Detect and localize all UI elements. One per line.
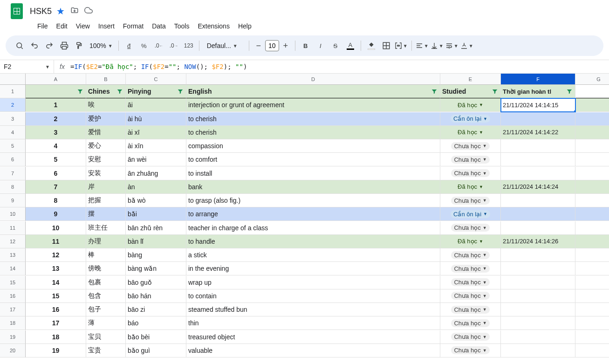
header-cell-D[interactable]: English [186, 85, 440, 98]
cell-A18[interactable]: 17 [26, 316, 86, 330]
rotate-icon[interactable]: ▼ [460, 39, 473, 52]
row-header-3[interactable]: 3 [0, 112, 26, 126]
cell-D18[interactable]: thin [186, 316, 440, 330]
cell-C20[interactable]: bǎo guì [126, 344, 186, 357]
move-icon[interactable] [70, 6, 79, 17]
cell-A6[interactable]: 5 [26, 153, 86, 166]
status-chip[interactable]: Cần ôn lại ▼ [451, 115, 490, 123]
cell-B8[interactable]: 岸 [86, 180, 126, 194]
cell-A9[interactable]: 8 [26, 194, 86, 207]
status-chip[interactable]: Đã học ▼ [455, 237, 486, 245]
cell-G6[interactable] [575, 153, 609, 166]
row-header-6[interactable]: 6 [0, 153, 26, 166]
cell-D19[interactable]: treasured object [186, 330, 440, 344]
cell-F19[interactable] [501, 330, 575, 344]
cell-G11[interactable] [575, 221, 609, 235]
formula-input[interactable]: =IF($E2="Đã học"; IF($F2=""; NOW(); $F2)… [70, 63, 609, 70]
row-header-16[interactable]: 16 [0, 289, 26, 303]
cell-D8[interactable]: bank [186, 180, 440, 194]
cell-G15[interactable] [575, 276, 609, 289]
row-header-15[interactable]: 15 [0, 276, 26, 289]
cell-C6[interactable]: ān wèi [126, 153, 186, 166]
cell-B4[interactable]: 爱惜 [86, 126, 126, 139]
cell-D17[interactable]: steamed stuffed bun [186, 303, 440, 316]
cell-E12[interactable]: Đã học ▼ [440, 235, 501, 248]
cell-C11[interactable]: bān zhǔ rèn [126, 221, 186, 235]
menu-tools[interactable]: Tools [171, 21, 193, 32]
cell-D13[interactable]: a stick [186, 248, 440, 262]
cell-E11[interactable]: Chưa học ▼ [440, 221, 501, 235]
status-chip[interactable]: Chưa học ▼ [451, 306, 489, 314]
cell-E20[interactable]: Chưa học ▼ [440, 344, 501, 357]
status-chip[interactable]: Đã học ▼ [455, 128, 486, 136]
redo-icon[interactable] [43, 39, 56, 52]
cell-G2[interactable] [575, 98, 609, 112]
italic-icon[interactable]: I [314, 39, 327, 52]
cell-B17[interactable]: 包子 [86, 303, 126, 316]
cell-B12[interactable]: 办理 [86, 235, 126, 248]
cell-C3[interactable]: ài hù [126, 112, 186, 126]
status-chip[interactable]: Chưa học ▼ [451, 278, 489, 286]
cell-B13[interactable]: 棒 [86, 248, 126, 262]
cell-G4[interactable] [575, 126, 609, 139]
search-icon[interactable] [13, 39, 26, 52]
col-header-E[interactable]: E [440, 74, 501, 85]
cell-B20[interactable]: 宝贵 [86, 344, 126, 357]
status-chip[interactable]: Chưa học ▼ [451, 346, 489, 354]
status-chip[interactable]: Chưa học ▼ [451, 319, 489, 327]
cell-D16[interactable]: to contain [186, 289, 440, 303]
cell-F18[interactable] [501, 316, 575, 330]
row-header-18[interactable]: 18 [0, 316, 26, 330]
cell-F9[interactable] [501, 194, 575, 207]
col-header-G[interactable]: G [575, 74, 609, 85]
status-chip[interactable]: Đã học ▼ [455, 183, 486, 191]
decimal-increase-icon[interactable]: .0→ [167, 39, 180, 52]
row-header-2[interactable]: 2 [0, 98, 26, 112]
menu-edit[interactable]: Edit [53, 21, 71, 32]
cell-G17[interactable] [575, 303, 609, 316]
cloud-icon[interactable] [84, 6, 93, 17]
cell-F12[interactable]: 21/11/2024 14:14:26 [501, 235, 575, 248]
status-chip[interactable]: Đã học ▼ [455, 101, 486, 109]
cell-D20[interactable]: valuable [186, 344, 440, 357]
selection-handle[interactable] [574, 110, 575, 112]
cell-F11[interactable] [501, 221, 575, 235]
col-header-C[interactable]: C [126, 74, 186, 85]
cell-D10[interactable]: to arrange [186, 207, 440, 221]
cell-F3[interactable] [501, 112, 575, 126]
cell-A5[interactable]: 4 [26, 139, 86, 153]
font-select[interactable]: Defaul...▼ [203, 42, 245, 49]
row-header-13[interactable]: 13 [0, 248, 26, 262]
font-size-input[interactable] [265, 40, 279, 51]
cell-D14[interactable]: in the evening [186, 262, 440, 275]
cell-F5[interactable] [501, 139, 575, 153]
row-header-8[interactable]: 8 [0, 180, 26, 194]
cell-C10[interactable]: bǎi [126, 207, 186, 221]
borders-icon[interactable] [380, 39, 393, 52]
cell-E10[interactable]: Cần ôn lại ▼ [440, 207, 501, 221]
fill-color-icon[interactable] [365, 39, 378, 52]
cell-E4[interactable]: Đã học ▼ [440, 126, 501, 139]
cell-C18[interactable]: báo [126, 316, 186, 330]
cell-A12[interactable]: 11 [26, 235, 86, 248]
row-header-4[interactable]: 4 [0, 126, 26, 139]
cell-B6[interactable]: 安慰 [86, 153, 126, 166]
cell-D12[interactable]: to handle [186, 235, 440, 248]
cell-D5[interactable]: compassion [186, 139, 440, 153]
cell-B5[interactable]: 爱心 [86, 139, 126, 153]
filter-icon[interactable] [491, 88, 499, 95]
header-cell-F[interactable]: Thời gian hoàn tl [501, 85, 575, 98]
cell-G7[interactable] [575, 167, 609, 180]
cell-C12[interactable]: bàn lǐ [126, 235, 186, 248]
status-chip[interactable]: Chưa học ▼ [451, 169, 489, 177]
status-chip[interactable]: Chưa học ▼ [451, 251, 489, 259]
cell-B15[interactable]: 包裹 [86, 276, 126, 289]
cell-C15[interactable]: bāo guǒ [126, 276, 186, 289]
cell-G3[interactable] [575, 112, 609, 126]
cell-G16[interactable] [575, 289, 609, 303]
zoom-select[interactable]: 100%▼ [88, 42, 115, 49]
cell-E6[interactable]: Chưa học ▼ [440, 153, 501, 166]
sheets-logo[interactable] [7, 2, 26, 21]
header-cell-E[interactable]: Studied [440, 85, 501, 98]
cell-G19[interactable] [575, 330, 609, 344]
